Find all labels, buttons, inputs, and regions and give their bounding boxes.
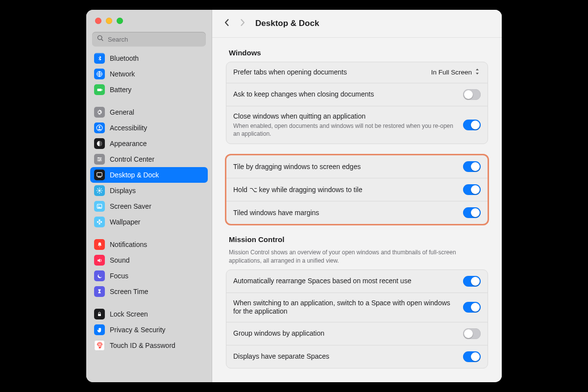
toggle-auto-rearrange[interactable] xyxy=(463,276,481,287)
sidebar-item-notifications[interactable]: Notifications xyxy=(90,237,208,252)
toggle-switch-to-space[interactable] xyxy=(463,302,481,313)
label-close-on-quit: Close windows when quitting an applicati… xyxy=(233,112,456,121)
sidebar-item-privacy[interactable]: Privacy & Security xyxy=(90,322,208,338)
svg-rect-22 xyxy=(98,314,101,317)
sidebar-item-desktop-dock[interactable]: Desktop & Dock xyxy=(90,167,208,183)
back-button[interactable] xyxy=(223,19,231,28)
label-tile-edges: Tile by dragging windows to screen edges xyxy=(233,163,456,172)
svg-point-21 xyxy=(100,221,102,223)
sidebar: BluetoothNetworkBatteryGeneralAccessibil… xyxy=(86,10,212,382)
sidebar-item-label: Notifications xyxy=(110,241,147,248)
search-field[interactable] xyxy=(92,32,206,47)
sidebar-item-label: Appearance xyxy=(110,140,147,147)
svg-point-20 xyxy=(97,221,99,223)
section-desc-mission-control: Mission Control shows an overview of you… xyxy=(229,248,485,264)
label-prefer-tabs: Prefer tabs when opening documents xyxy=(233,68,423,77)
toggle-close-on-quit[interactable] xyxy=(463,120,481,130)
label-ask-keep-changes: Ask to keep changes when closing documen… xyxy=(233,90,456,99)
sidebar-item-network[interactable]: Network xyxy=(90,66,208,82)
sublabel-close-on-quit: When enabled, open documents and windows… xyxy=(233,122,456,138)
sidebar-item-label: Bluetooth xyxy=(110,54,139,62)
dropdown-prefer-tabs[interactable]: In Full Screen xyxy=(430,68,481,76)
sidebar-item-label: General xyxy=(110,108,134,116)
content: Desktop & Dock Windows Prefer tabs when … xyxy=(212,10,502,382)
minimize-window-button[interactable] xyxy=(106,18,112,24)
svg-rect-13 xyxy=(98,177,101,177)
sidebar-item-touch-id[interactable]: Touch ID & Password xyxy=(90,338,208,353)
row-switch-to-space: When switching to an application, switch… xyxy=(226,293,488,322)
dropdown-prefer-tabs-value: In Full Screen xyxy=(431,69,472,76)
row-tile-margins: Tiled windows have margins xyxy=(226,201,488,224)
panel-window-tiling: Tile by dragging windows to screen edges… xyxy=(226,155,488,224)
toggle-tile-option[interactable] xyxy=(463,184,481,195)
sidebar-item-bluetooth[interactable]: Bluetooth xyxy=(90,50,208,66)
row-ask-keep-changes: Ask to keep changes when closing documen… xyxy=(226,83,488,106)
sidebar-group-separator xyxy=(90,299,208,306)
row-prefer-tabs: Prefer tabs when opening documents In Fu… xyxy=(226,62,488,83)
sidebar-item-accessibility[interactable]: Accessibility xyxy=(90,120,208,136)
toggle-ask-keep-changes[interactable] xyxy=(463,89,481,100)
toggle-group-by-app[interactable] xyxy=(463,328,481,339)
sidebar-item-displays[interactable]: Displays xyxy=(90,183,208,198)
notifications-icon xyxy=(94,239,105,250)
sidebar-item-focus[interactable]: Focus xyxy=(90,268,208,284)
row-auto-rearrange: Automatically rearrange Spaces based on … xyxy=(226,270,488,293)
sidebar-item-appearance[interactable]: Appearance xyxy=(90,136,208,151)
row-tile-option: Hold ⌥ key while dragging windows to til… xyxy=(226,178,488,201)
chevron-up-down-icon xyxy=(475,68,480,76)
zoom-window-button[interactable] xyxy=(117,18,123,24)
sidebar-item-label: Desktop & Dock xyxy=(110,171,159,179)
sidebar-item-label: Control Center xyxy=(110,155,154,163)
row-separate-displays: Displays have separate Spaces xyxy=(226,345,488,368)
control-center-icon xyxy=(94,154,105,165)
sidebar-item-label: Wallpaper xyxy=(110,218,141,226)
close-window-button[interactable] xyxy=(95,18,101,24)
settings-scroll[interactable]: Windows Prefer tabs when opening documen… xyxy=(212,38,502,382)
sidebar-item-label: Touch ID & Password xyxy=(110,342,175,349)
row-group-by-app: Group windows by application xyxy=(226,322,488,345)
sidebar-list: BluetoothNetworkBatteryGeneralAccessibil… xyxy=(86,50,212,382)
sidebar-item-label: Screen Time xyxy=(110,288,148,295)
sidebar-group-separator xyxy=(90,230,208,237)
sidebar-item-sound[interactable]: Sound xyxy=(90,252,208,268)
wallpaper-icon xyxy=(94,217,105,227)
sidebar-item-label: Focus xyxy=(110,272,128,280)
sidebar-item-battery[interactable]: Battery xyxy=(90,82,208,98)
svg-rect-7 xyxy=(97,159,101,159)
screen-saver-icon xyxy=(94,201,105,212)
sidebar-item-label: Privacy & Security xyxy=(110,326,166,334)
network-icon xyxy=(94,69,105,79)
sidebar-group-separator xyxy=(90,98,208,104)
toggle-tile-edges[interactable] xyxy=(463,161,481,172)
privacy-icon xyxy=(94,324,105,335)
svg-point-9 xyxy=(98,157,99,158)
traffic-lights xyxy=(86,10,212,30)
accessibility-icon xyxy=(94,122,105,133)
row-close-on-quit: Close windows when quitting an applicati… xyxy=(226,106,488,144)
label-switch-to-space: When switching to an application, switch… xyxy=(233,299,456,316)
titlebar: Desktop & Dock xyxy=(212,10,502,38)
label-separate-displays: Displays have separate Spaces xyxy=(233,352,456,361)
sidebar-item-label: Screen Saver xyxy=(110,202,151,210)
toggle-tile-margins[interactable] xyxy=(463,207,481,218)
label-auto-rearrange: Automatically rearrange Spaces based on … xyxy=(233,277,456,286)
sidebar-item-control-center[interactable]: Control Center xyxy=(90,151,208,167)
sidebar-item-screen-saver[interactable]: Screen Saver xyxy=(90,198,208,214)
toggle-separate-displays[interactable] xyxy=(463,351,481,362)
appearance-icon xyxy=(94,138,105,149)
sidebar-item-lock-screen[interactable]: Lock Screen xyxy=(90,306,208,322)
forward-button[interactable] xyxy=(239,19,246,28)
sidebar-item-wallpaper[interactable]: Wallpaper xyxy=(90,214,208,230)
row-tile-edges: Tile by dragging windows to screen edges xyxy=(226,155,488,178)
sound-icon xyxy=(94,255,105,266)
sidebar-item-label: Sound xyxy=(110,256,129,264)
bluetooth-icon xyxy=(94,53,105,64)
lock-screen-icon xyxy=(94,309,105,319)
search-input[interactable] xyxy=(107,35,201,44)
focus-icon xyxy=(94,270,105,281)
sidebar-item-general[interactable]: General xyxy=(90,104,208,120)
svg-rect-2 xyxy=(101,89,102,91)
svg-rect-1 xyxy=(97,89,101,91)
svg-point-4 xyxy=(98,126,100,128)
sidebar-item-screen-time[interactable]: Screen Time xyxy=(90,284,208,299)
